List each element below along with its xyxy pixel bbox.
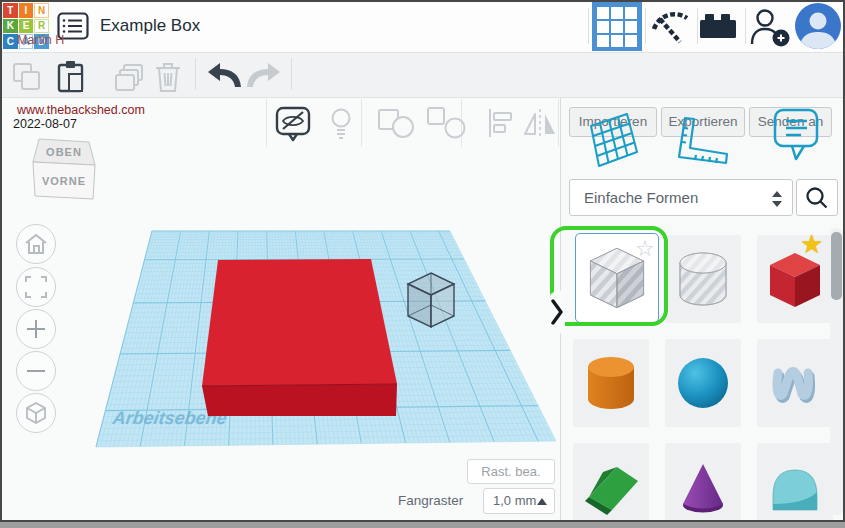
shape-tile-roof[interactable] <box>573 443 649 522</box>
panel-collapse-tab[interactable] <box>548 291 565 333</box>
perspective-icon <box>22 399 50 427</box>
shape-tile-cylinder[interactable] <box>573 339 649 427</box>
select-arrows-icon <box>772 191 782 207</box>
tinkercad-window: Arbeitsebene T I N K E R C A <box>0 0 845 522</box>
undo-icon[interactable] <box>206 61 242 89</box>
main-toolbar <box>0 52 845 98</box>
align-icon[interactable] <box>483 104 521 142</box>
viewcube[interactable]: OBEN VORNE <box>25 123 109 207</box>
workplane-grid[interactable] <box>96 231 556 447</box>
app-header: T I N K E R C A D Example Box <box>0 0 845 53</box>
cylinder-orange-thumb <box>580 351 642 415</box>
home-icon <box>23 231 49 257</box>
design-title[interactable]: Example Box <box>100 16 200 36</box>
zoom-in-icon <box>23 316 49 342</box>
grid-edit-button[interactable]: Rast. bea. <box>467 459 555 484</box>
viewcube-front-label[interactable]: VORNE <box>42 175 86 187</box>
shape-category-select[interactable]: Einfache Formen <box>569 179 793 216</box>
shape-tile-sphere[interactable] <box>665 339 741 427</box>
zoom-in-button[interactable] <box>16 309 56 349</box>
caret-up-icon <box>537 498 547 505</box>
lego-brick-icon[interactable] <box>700 12 736 40</box>
snap-grid-select[interactable]: 1,0 mm <box>483 488 555 514</box>
transparent-box-object[interactable] <box>408 273 454 327</box>
perspective-button[interactable] <box>16 393 56 433</box>
workplane-icon[interactable] <box>585 110 643 170</box>
shape-panel: Importieren Exportieren Senden an Einfac… <box>560 97 845 522</box>
shape-tile-round-roof[interactable] <box>757 443 833 522</box>
scribble-thumb <box>764 351 826 415</box>
hide-selected-icon[interactable] <box>274 105 312 145</box>
paste-icon[interactable] <box>55 58 87 94</box>
panel-scrollbar-thumb[interactable] <box>831 232 842 300</box>
workplane-watermark: Arbeitsebene <box>110 408 228 428</box>
favorite-star-icon[interactable]: ★ <box>800 229 823 260</box>
shape-tile-scribble[interactable] <box>757 339 833 427</box>
cone-purple-thumb <box>670 454 736 520</box>
minecraft-pickaxe-icon[interactable] <box>646 5 690 47</box>
shape-search-button[interactable] <box>796 179 838 216</box>
add-person-icon[interactable] <box>748 7 792 49</box>
snap-grid-label: Fangraster <box>398 493 463 508</box>
ungroup-icon[interactable] <box>425 104 469 142</box>
shape-tile-cone[interactable] <box>665 443 741 522</box>
chevron-right-icon <box>551 299 563 325</box>
fit-view-icon <box>23 274 49 300</box>
zoom-out-icon <box>23 358 49 384</box>
roof-green-thumb <box>579 454 643 520</box>
copy-icon[interactable] <box>11 61 43 93</box>
dashboard-grid-icon[interactable] <box>592 2 642 51</box>
cylinder-transparent-thumb <box>672 247 734 311</box>
home-view-button[interactable] <box>16 224 56 264</box>
round-roof-teal-thumb <box>763 454 827 520</box>
watermark-url: www.thebackshed.com <box>17 103 145 117</box>
mirror-icon[interactable] <box>520 104 560 142</box>
fit-view-button[interactable] <box>16 267 56 307</box>
viewcube-top-label[interactable]: OBEN <box>46 146 82 158</box>
ruler-icon[interactable] <box>675 116 733 168</box>
avatar[interactable] <box>795 3 841 49</box>
person-icon <box>795 3 841 49</box>
duplicate-icon[interactable] <box>114 61 148 93</box>
collaborator-label: Martin H <box>17 33 64 47</box>
red-box-object[interactable] <box>202 259 397 416</box>
show-all-icon[interactable] <box>326 106 356 142</box>
favorite-star-outline-icon[interactable]: ☆ <box>635 236 655 262</box>
trash-icon[interactable] <box>152 60 184 94</box>
sphere-blue-thumb <box>672 351 734 415</box>
group-icon[interactable] <box>374 104 418 142</box>
notes-icon[interactable] <box>773 108 823 166</box>
search-icon <box>805 186 829 210</box>
shape-tile-cylinder-transparent[interactable] <box>665 235 741 323</box>
redo-icon[interactable] <box>246 61 282 89</box>
zoom-out-button[interactable] <box>16 351 56 391</box>
